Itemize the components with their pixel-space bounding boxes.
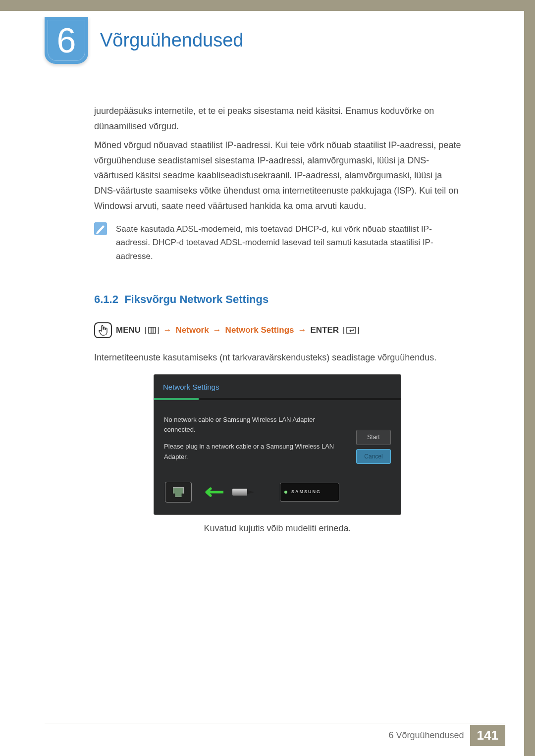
cancel-button[interactable]: Cancel [356,449,391,464]
svg-rect-1 [149,327,156,333]
svg-rect-4 [347,327,356,333]
led-icon [284,491,287,494]
path-network-settings: Network Settings [225,323,294,338]
footer-label: 6 Võrguühendused [388,730,464,741]
path-network: Network [176,323,209,338]
dialog-msg-2: Please plug in a network cable or a Sams… [164,442,348,461]
section-title: Fiksvõrgu Network Settings [124,293,268,305]
body-text: Internetiteenuste kasutamiseks (nt tarkv… [94,350,465,365]
dialog-separator [154,398,401,400]
content-area: juurdepääsuks internetile, et te ei peak… [0,64,524,536]
dialog-msg-1: No network cable or Samsung Wireless LAN… [164,415,348,435]
dialog-illustration: SAMSUNG [154,478,401,514]
section-number: 6.1.2 [94,293,118,305]
page: 6 Võrguühendused juurdepääsuks interneti… [0,0,535,756]
hand-icon [94,322,112,338]
paragraph-1: juurdepääsuks internetile, et te ei peak… [94,103,465,134]
paragraph-2: Mõned võrgud nõuavad staatilist IP-aadre… [94,138,465,213]
wireless-adapter-icon: SAMSUNG [280,483,339,502]
dialog-message: No network cable or Samsung Wireless LAN… [164,415,348,469]
cable-connector-icon [232,489,247,496]
page-footer: 6 Võrguühendused 141 [388,725,505,746]
enter-label: ENTER [310,323,339,338]
menu-label: MENU [116,323,141,338]
adapter-brand: SAMSUNG [291,488,321,496]
chapter-number: 6 [57,21,76,60]
note-icon [94,222,107,235]
plug-arrow-icon [201,487,223,497]
dialog-body: No network cable or Samsung Wireless LAN… [154,402,401,478]
menu-path: MENU [] → Network → Network Settings → E… [94,322,465,338]
note-block: Saate kasutada ADSL-modemeid, mis toetav… [94,222,465,263]
arrow-icon: → [298,323,306,338]
arrow-icon: → [163,323,172,338]
section-heading: 6.1.2 Fiksvõrgu Network Settings [94,290,465,308]
arrow-icon: → [213,323,221,338]
enter-icon: [] [343,323,359,338]
start-button[interactable]: Start [356,430,391,445]
footer-divider [45,723,505,723]
chapter-title: Võrguühendused [100,30,243,51]
menu-icon: [] [145,323,159,338]
note-text: Saate kasutada ADSL-modemeid, mis toetav… [116,222,465,263]
chapter-header: 6 Võrguühendused [0,11,524,64]
screenshot-caption: Kuvatud kujutis võib mudeliti erineda. [154,521,401,536]
page-number: 141 [470,725,505,746]
dialog-title: Network Settings [154,375,401,399]
dialog-actions: Start Cancel [356,415,391,469]
chapter-number-badge: 6 [45,17,88,64]
ethernet-jack-icon [165,482,192,503]
network-settings-dialog: Network Settings No network cable or Sam… [154,374,401,515]
